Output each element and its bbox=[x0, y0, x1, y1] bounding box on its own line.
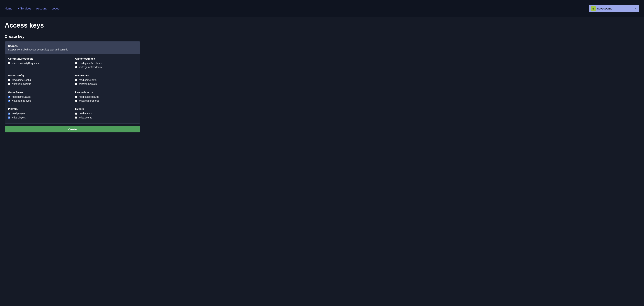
scope-checkbox[interactable] bbox=[75, 62, 77, 64]
scope-group: GameFeedbackread:gameFeedbackwrite:gameF… bbox=[75, 57, 137, 69]
scope-checkbox[interactable] bbox=[8, 116, 10, 119]
scope-row[interactable]: write:gameFeedback bbox=[75, 65, 137, 69]
scope-label: read:gameConfig bbox=[12, 78, 31, 82]
scopes-description: Scopes control what your access key can … bbox=[8, 48, 137, 51]
scope-label: read:events bbox=[79, 112, 92, 116]
scopes-heading: Scopes bbox=[8, 44, 137, 48]
scope-checkbox[interactable] bbox=[75, 83, 77, 85]
scopes-panel: Scopes Scopes control what your access k… bbox=[5, 41, 140, 124]
scope-row[interactable]: write:gameStats bbox=[75, 82, 137, 86]
scopes-panel-body: ContinuityRequestswrite:continuityReques… bbox=[5, 54, 140, 124]
scope-label: read:leaderboards bbox=[79, 95, 99, 99]
scope-label: read:players bbox=[12, 112, 26, 116]
scope-row[interactable]: write:events bbox=[75, 116, 137, 120]
scope-label: read:gameSaves bbox=[12, 95, 30, 99]
nav-home[interactable]: Home bbox=[5, 7, 12, 10]
scope-row[interactable]: read:leaderboards bbox=[75, 95, 137, 99]
scope-checkbox[interactable] bbox=[75, 100, 77, 102]
scope-checkbox[interactable] bbox=[8, 112, 10, 115]
scope-row[interactable]: read:gameFeedback bbox=[75, 61, 137, 65]
project-selector[interactable]: S SavesDemo bbox=[589, 5, 639, 12]
project-avatar: S bbox=[591, 6, 596, 11]
section-title: Create key bbox=[5, 34, 639, 39]
scope-row[interactable]: write:players bbox=[8, 116, 70, 120]
scopes-panel-header: Scopes Scopes control what your access k… bbox=[5, 42, 140, 54]
scope-checkbox[interactable] bbox=[75, 116, 77, 119]
scope-label: write:players bbox=[12, 116, 26, 120]
nav-services-label: Services bbox=[20, 7, 31, 10]
scope-checkbox[interactable] bbox=[8, 83, 10, 85]
scope-checkbox[interactable] bbox=[8, 62, 10, 64]
scope-label: write:gameStats bbox=[79, 82, 97, 86]
page-title: Access keys bbox=[5, 22, 639, 29]
scope-group-title: GameFeedback bbox=[75, 57, 137, 60]
scope-checkbox[interactable] bbox=[75, 112, 77, 115]
scope-row[interactable]: read:gameConfig bbox=[8, 78, 70, 82]
scope-group: Leaderboardsread:leaderboardswrite:leade… bbox=[75, 91, 137, 103]
scope-row[interactable]: read:gameStats bbox=[75, 78, 137, 82]
scope-checkbox[interactable] bbox=[8, 96, 10, 98]
scope-label: write:events bbox=[79, 116, 92, 120]
scope-checkbox[interactable] bbox=[75, 96, 77, 98]
nav-account[interactable]: Account bbox=[36, 7, 46, 10]
scope-label: read:gameStats bbox=[79, 78, 96, 82]
scope-label: write:gameSaves bbox=[12, 99, 31, 103]
caret-down-icon bbox=[17, 7, 19, 10]
scope-group: GameSavesread:gameSaveswrite:gameSaves bbox=[8, 91, 70, 103]
scope-group: Eventsread:eventswrite:events bbox=[75, 107, 137, 120]
scope-row[interactable]: write:gameConfig bbox=[8, 82, 70, 86]
scope-group: Playersread:playerswrite:players bbox=[8, 107, 70, 120]
scope-group: GameConfigread:gameConfigwrite:gameConfi… bbox=[8, 74, 70, 86]
nav-services[interactable]: Services bbox=[17, 7, 31, 10]
nav-logout[interactable]: Logout bbox=[52, 7, 60, 10]
scope-row[interactable]: read:events bbox=[75, 112, 137, 116]
scope-label: write:gameConfig bbox=[12, 82, 31, 86]
scope-checkbox[interactable] bbox=[8, 100, 10, 102]
scope-group-title: Leaderboards bbox=[75, 91, 137, 94]
scope-label: write:leaderboards bbox=[79, 99, 99, 103]
project-selector-left: S SavesDemo bbox=[591, 6, 612, 11]
scope-group-title: ContinuityRequests bbox=[8, 57, 70, 60]
chevron-down-icon bbox=[634, 7, 637, 10]
scope-group: GameStatsread:gameStatswrite:gameStats bbox=[75, 74, 137, 86]
scope-row[interactable]: write:leaderboards bbox=[75, 99, 137, 103]
main-header: Home Services Account Logout S SavesDemo bbox=[0, 0, 644, 17]
scope-group: ContinuityRequestswrite:continuityReques… bbox=[8, 57, 70, 69]
scope-group-title: Events bbox=[75, 107, 137, 110]
nav: Home Services Account Logout bbox=[5, 7, 60, 10]
scope-row[interactable]: read:players bbox=[8, 112, 70, 116]
scope-label: write:continuityRequests bbox=[12, 61, 39, 65]
scope-row[interactable]: write:gameSaves bbox=[8, 99, 70, 103]
content: Access keys Create key Scopes Scopes con… bbox=[0, 17, 644, 137]
project-name: SavesDemo bbox=[597, 7, 612, 10]
scope-checkbox[interactable] bbox=[75, 79, 77, 81]
scope-group-title: GameStats bbox=[75, 74, 137, 77]
scope-group-title: GameSaves bbox=[8, 91, 70, 94]
scope-label: read:gameFeedback bbox=[79, 61, 102, 65]
scope-checkbox[interactable] bbox=[75, 66, 77, 68]
scope-checkbox[interactable] bbox=[8, 79, 10, 81]
scope-label: write:gameFeedback bbox=[79, 65, 102, 69]
create-button[interactable]: Create bbox=[5, 126, 140, 132]
scope-group-title: Players bbox=[8, 107, 70, 110]
scope-row[interactable]: read:gameSaves bbox=[8, 95, 70, 99]
scope-group-title: GameConfig bbox=[8, 74, 70, 77]
scope-row[interactable]: write:continuityRequests bbox=[8, 61, 70, 65]
